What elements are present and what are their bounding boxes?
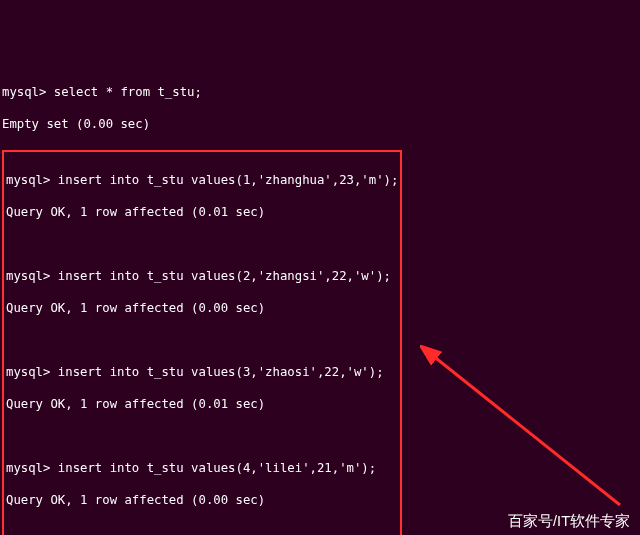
insert-line: mysql> insert into t_stu values(1,'zhang… bbox=[6, 172, 398, 188]
query-ok-line: Query OK, 1 row affected (0.01 sec) bbox=[6, 396, 398, 412]
watermark-text: 百家号/IT软件专家 bbox=[508, 513, 630, 529]
query-ok-line: Query OK, 1 row affected (0.00 sec) bbox=[6, 492, 398, 508]
highlight-box: mysql> insert into t_stu values(1,'zhang… bbox=[2, 150, 402, 535]
insert-line: mysql> insert into t_stu values(3,'zhaos… bbox=[6, 364, 398, 380]
blank-line bbox=[6, 524, 398, 535]
terminal-window: mysql> select * from t_stu; Empty set (0… bbox=[0, 64, 640, 535]
blank-line bbox=[6, 236, 398, 252]
query-ok-line: Query OK, 1 row affected (0.01 sec) bbox=[6, 204, 398, 220]
blank-line bbox=[6, 428, 398, 444]
insert-line: mysql> insert into t_stu values(4,'lilei… bbox=[6, 460, 398, 476]
query-ok-line: Query OK, 1 row affected (0.00 sec) bbox=[6, 300, 398, 316]
blank-line bbox=[6, 332, 398, 348]
insert-line: mysql> insert into t_stu values(2,'zhang… bbox=[6, 268, 398, 284]
sql-select-line: mysql> select * from t_stu; bbox=[2, 84, 638, 100]
empty-set-line: Empty set (0.00 sec) bbox=[2, 116, 638, 132]
